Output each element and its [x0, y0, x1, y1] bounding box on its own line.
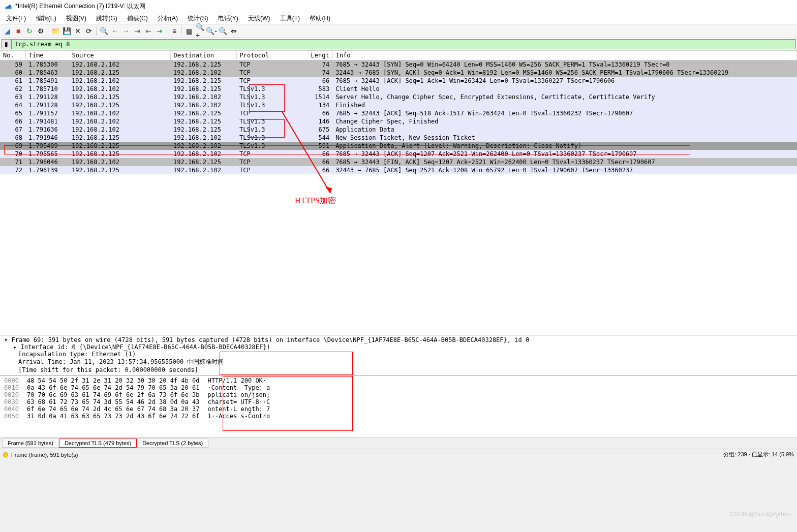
- resize-columns-icon[interactable]: ⇔: [229, 26, 239, 36]
- menu-file[interactable]: 文件(F): [2, 14, 30, 23]
- colorize-icon[interactable]: ▦: [184, 26, 194, 36]
- packet-details-pane[interactable]: ▾ Frame 69: 591 bytes on wire (4728 bits…: [0, 335, 797, 376]
- tab-frame[interactable]: Frame (591 bytes): [2, 439, 59, 448]
- hex-ascii: HTTP/1.1 200 OK··Content -Type: applicat…: [203, 376, 274, 437]
- go-first-icon[interactable]: ⇤: [143, 26, 154, 36]
- bytes-tabs: Frame (591 bytes) Decrypted TLS (479 byt…: [0, 437, 797, 449]
- packet-row[interactable]: 621.785710192.168.2.102192.168.2.125TLSv…: [0, 85, 797, 93]
- packet-row[interactable]: 691.795489192.168.2.125192.168.2.102TLSv…: [0, 142, 797, 150]
- menu-wireless[interactable]: 无线(W): [244, 14, 274, 23]
- detail-frame[interactable]: ▾ Frame 69: 591 bytes on wire (4728 bits…: [4, 336, 793, 343]
- zoom-out-icon[interactable]: 🔍-: [206, 26, 217, 36]
- menu-bar[interactable]: 文件(F) 编辑(E) 视图(V) 跳转(G) 捕获(C) 分析(A) 统计(S…: [0, 13, 797, 24]
- detail-interface[interactable]: ▸ Interface id: 0 (\Device\NPF_{1AF74E8E…: [4, 343, 793, 351]
- go-to-icon[interactable]: ⇥: [132, 26, 142, 36]
- go-back-icon[interactable]: ←: [110, 26, 120, 36]
- packet-row[interactable]: 671.791636192.168.2.102192.168.2.125TLSv…: [0, 126, 797, 134]
- annotation-text-https: HTTPS加密: [295, 196, 336, 206]
- packet-row[interactable]: 611.785491192.168.2.102192.168.2.125TCP6…: [0, 77, 797, 85]
- menu-capture[interactable]: 捕获(C): [123, 14, 152, 23]
- window-title: *Intel(R) Ethernet Connection (7) I219-V…: [15, 2, 145, 11]
- reload-icon[interactable]: ⟳: [84, 26, 94, 36]
- filter-bookmark-icon[interactable]: ▮: [1, 39, 11, 49]
- menu-edit[interactable]: 编辑(E): [32, 14, 60, 23]
- packet-row[interactable]: 641.791128192.168.2.125192.168.2.102TLSv…: [0, 101, 797, 109]
- detail-arrival[interactable]: Arrival Time: Jan 11, 2023 13:57:34.9565…: [4, 358, 793, 366]
- menu-help[interactable]: 帮助(H): [305, 14, 334, 23]
- packet-list-header[interactable]: No. Time Source Destination Protocol Len…: [0, 51, 797, 60]
- wireshark-logo-icon: [4, 3, 12, 11]
- menu-tools[interactable]: 工具(T): [276, 14, 304, 23]
- packet-row[interactable]: 651.791157192.168.2.102192.168.2.125TCP6…: [0, 109, 797, 117]
- menu-statistics[interactable]: 统计(S): [183, 14, 212, 23]
- auto-scroll-icon[interactable]: ≡: [169, 26, 179, 36]
- hex-offsets: 000000100020003000400050: [0, 376, 23, 437]
- packet-row[interactable]: 601.785463192.168.2.125192.168.2.102TCP7…: [0, 69, 797, 77]
- tab-decrypted-tls-2[interactable]: Decrypted TLS (2 bytes): [137, 439, 208, 448]
- packet-row[interactable]: 681.791946192.168.2.125192.168.2.102TLSv…: [0, 134, 797, 142]
- hex-bytes[interactable]: 48 54 54 50 2f 31 2e 31 20 32 30 30 20 4…: [23, 376, 204, 437]
- packet-row[interactable]: 711.796046192.168.2.102192.168.2.125TCP6…: [0, 158, 797, 166]
- go-last-icon[interactable]: ⇥: [155, 26, 165, 36]
- toolbar: ◢ ■ ↻ ⚙ 📁 💾 ✕ ⟳ 🔍 ← → ⇥ ⇤ ⇥ ≡ ▦ 🔍+ 🔍- 🔍 …: [0, 24, 797, 38]
- status-left-text: Frame (frame), 591 byte(s): [11, 452, 78, 458]
- svg-marker-1: [325, 187, 332, 193]
- watermark: CSDN @Sun@Python: [730, 511, 791, 518]
- detail-shift[interactable]: [Time shift for this packet: 0.000000000…: [4, 366, 793, 373]
- go-forward-icon[interactable]: →: [121, 26, 131, 36]
- packet-row[interactable]: 701.795565192.168.2.125192.168.2.102TCP6…: [0, 150, 797, 158]
- packet-row[interactable]: 721.796139192.168.2.125192.168.2.102TCP6…: [0, 166, 797, 174]
- menu-telephony[interactable]: 电话(Y): [214, 14, 242, 23]
- stop-capture-icon[interactable]: ■: [13, 26, 23, 36]
- expert-info-icon[interactable]: [3, 452, 8, 457]
- find-icon[interactable]: 🔍: [99, 26, 109, 36]
- detail-encap[interactable]: Encapsulation type: Ethernet (1): [4, 351, 793, 358]
- packet-row[interactable]: 591.785300192.168.2.102192.168.2.125TCP7…: [0, 60, 797, 69]
- menu-analyze[interactable]: 分析(A): [154, 14, 182, 23]
- start-capture-icon[interactable]: ◢: [2, 26, 12, 36]
- tab-decrypted-tls-1[interactable]: Decrypted TLS (479 bytes): [59, 439, 137, 448]
- filter-bar: ▮: [0, 38, 797, 51]
- packet-list-pane[interactable]: No. Time Source Destination Protocol Len…: [0, 51, 797, 335]
- zoom-reset-icon[interactable]: 🔍: [218, 26, 228, 36]
- packet-bytes-pane[interactable]: 000000100020003000400050 48 54 54 50 2f …: [0, 376, 797, 437]
- menu-go[interactable]: 跳转(G): [92, 14, 121, 23]
- title-bar: *Intel(R) Ethernet Connection (7) I219-V…: [0, 0, 797, 13]
- status-right-text: 分组: 239 · 已显示: 14 (5.9%: [723, 451, 794, 458]
- annotation-arrow-garbled: [295, 376, 361, 384]
- menu-view[interactable]: 视图(V): [62, 14, 90, 23]
- open-file-icon[interactable]: 📁: [50, 26, 60, 36]
- restart-capture-icon[interactable]: ↻: [24, 26, 35, 36]
- save-file-icon[interactable]: 💾: [62, 26, 72, 36]
- packet-row[interactable]: 631.791128192.168.2.125192.168.2.102TLSv…: [0, 93, 797, 101]
- capture-options-icon[interactable]: ⚙: [36, 26, 46, 36]
- close-file-icon[interactable]: ✕: [73, 26, 83, 36]
- status-bar: Frame (frame), 591 byte(s) 分组: 239 · 已显示…: [0, 449, 797, 460]
- zoom-in-icon[interactable]: 🔍+: [195, 26, 205, 36]
- display-filter-input[interactable]: [11, 39, 796, 49]
- packet-row[interactable]: 661.791481192.168.2.102192.168.2.125TLSv…: [0, 117, 797, 126]
